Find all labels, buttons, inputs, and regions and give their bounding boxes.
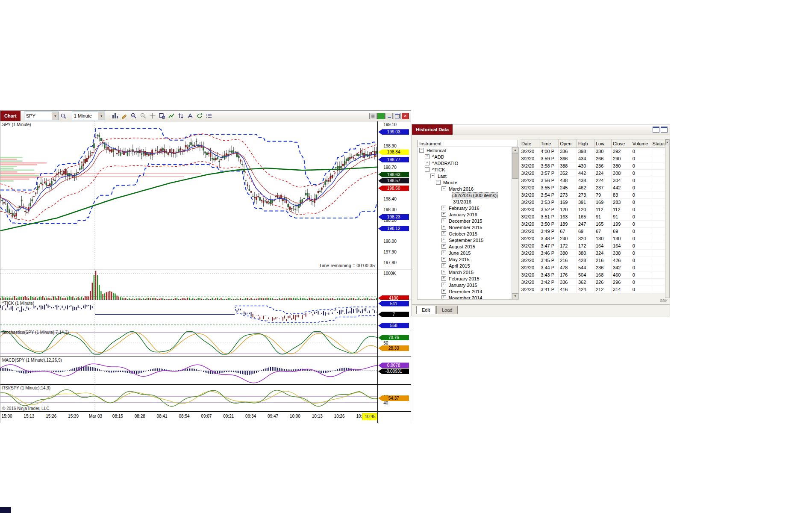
collapse-icon[interactable]: −: [419, 148, 424, 153]
tree-item[interactable]: +October 2015: [418, 230, 512, 237]
properties-icon[interactable]: [205, 112, 213, 120]
crosshair-icon[interactable]: [148, 112, 157, 120]
scrollbar-thumb[interactable]: [512, 153, 518, 179]
collapse-icon[interactable]: −: [436, 180, 441, 185]
tick-plot-area[interactable]: ^TICK (1 Minute): [0, 300, 377, 329]
tree-item[interactable]: −March 2016: [418, 186, 512, 192]
table-row[interactable]: 3/2/203:47 P1721721641640: [520, 242, 670, 250]
taskbar-fragment[interactable]: [0, 507, 11, 513]
tree-item[interactable]: +December 2015: [418, 218, 512, 224]
tree-item[interactable]: +September 2015: [418, 237, 512, 243]
auto-scale-icon[interactable]: [186, 112, 194, 120]
tree-item[interactable]: +November 2015: [418, 224, 512, 230]
tree-item[interactable]: +December 2014: [418, 288, 512, 295]
column-header-low[interactable]: Low: [594, 139, 612, 148]
expand-icon[interactable]: +: [425, 154, 430, 159]
tree-item[interactable]: −Historical: [418, 147, 512, 153]
chart-style-icon[interactable]: [111, 112, 119, 120]
tree-item[interactable]: +August 2015: [418, 243, 512, 250]
column-header-open[interactable]: Open: [559, 139, 577, 148]
tree-item[interactable]: −^TICK: [418, 166, 512, 173]
collapse-icon[interactable]: −: [430, 174, 435, 178]
expand-icon[interactable]: +: [441, 276, 446, 281]
table-row[interactable]: 3/2/203:56 P4384382243040: [520, 177, 670, 184]
interval-selector[interactable]: 1 Minute ▼: [72, 112, 105, 120]
reload-icon[interactable]: [195, 112, 204, 120]
expand-icon[interactable]: +: [441, 225, 446, 230]
search-icon[interactable]: [59, 112, 68, 120]
expand-icon[interactable]: +: [441, 218, 446, 223]
expand-icon[interactable]: +: [441, 257, 446, 262]
tree-item[interactable]: −Last: [418, 173, 512, 179]
chevron-down-icon[interactable]: ▼: [98, 112, 105, 120]
tree-item[interactable]: 3/1/2016: [418, 198, 512, 205]
maximize-button[interactable]: [394, 113, 401, 119]
table-row[interactable]: 3/2/203:58 P3884302363800: [520, 162, 670, 170]
table-row[interactable]: 3/2/203:51 P16316591910: [520, 213, 670, 221]
collapse-icon[interactable]: −: [425, 167, 430, 172]
table-row[interactable]: 3/2/203:54 P27327379830: [520, 192, 670, 199]
tree-item[interactable]: 3/2/2016 (300 items): [418, 192, 512, 198]
price-axis[interactable]: 199.10198.90198.70198.40198.30198.20198.…: [377, 121, 411, 269]
table-row[interactable]: 3/2/203:57 P3524422243080: [520, 170, 670, 177]
snap-mode-icon[interactable]: [177, 112, 185, 120]
zoom-in-icon[interactable]: [129, 112, 138, 120]
column-header-volume[interactable]: Volume: [631, 139, 651, 148]
column-header-close[interactable]: Close: [612, 139, 631, 148]
tree-item[interactable]: +March 2015: [418, 269, 512, 275]
table-row[interactable]: 3/2/203:45 P2164282164260: [520, 257, 670, 264]
tree-item[interactable]: +^ADDRATIO: [418, 160, 512, 166]
rsi-plot-area[interactable]: RSI(SPY (1 Minute),14,3) © 2016 NinjaTra…: [0, 385, 377, 411]
expand-icon[interactable]: +: [441, 212, 446, 217]
table-row[interactable]: 3/2/203:42 P3363622262960: [520, 279, 670, 286]
tree-item[interactable]: +June 2015: [418, 250, 512, 256]
volume-axis[interactable]: 1000K4100: [377, 269, 411, 300]
table-row[interactable]: 3/2/203:53 P1693911692830: [520, 199, 670, 206]
expand-icon[interactable]: +: [441, 289, 446, 294]
expand-icon[interactable]: +: [441, 206, 446, 210]
scroll-up-icon[interactable]: ▲: [665, 139, 669, 145]
table-row[interactable]: 3/2/203:48 P2403201301300: [520, 235, 670, 242]
expand-icon[interactable]: +: [441, 283, 446, 287]
stochastics-axis[interactable]: 5070.7628.33: [377, 329, 411, 357]
maximize-button[interactable]: [661, 127, 668, 133]
draw-icon[interactable]: [120, 112, 129, 120]
instrument-tree-header[interactable]: Instrument: [417, 140, 518, 147]
restore-button[interactable]: [653, 127, 659, 133]
column-header-high[interactable]: High: [577, 139, 594, 148]
tab-edit[interactable]: Edit: [416, 306, 435, 314]
scroll-down-icon[interactable]: ▼: [512, 293, 518, 299]
data-box-icon[interactable]: [158, 112, 166, 120]
minimize-button[interactable]: [385, 113, 393, 119]
tree-item[interactable]: +January 2016: [418, 211, 512, 218]
expand-icon[interactable]: +: [441, 270, 446, 274]
expand-icon[interactable]: +: [441, 231, 446, 236]
chevron-down-icon[interactable]: ▼: [52, 112, 59, 120]
tree-item[interactable]: +^ADD: [418, 153, 512, 160]
table-row[interactable]: 3/2/203:59 P3664342662900: [520, 155, 670, 162]
tick-axis[interactable]: 5417558: [377, 300, 411, 329]
macd-plot-area[interactable]: MACD(SPY (1 Minute),12,26,9): [0, 357, 377, 384]
price-plot-area[interactable]: SPY (1 Minute) Time remaining = 00:00:35: [0, 121, 377, 269]
table-scrollbar[interactable]: ▲: [665, 139, 670, 298]
macd-axis[interactable]: 0.0678-0.00931: [377, 357, 411, 384]
tree-item[interactable]: −Minute: [418, 179, 512, 186]
expand-icon[interactable]: +: [441, 244, 446, 249]
table-row[interactable]: 3/2/203:41 P4164242123140: [520, 286, 670, 293]
expand-icon[interactable]: +: [441, 238, 446, 242]
time-axis[interactable]: 10:45 15:0015:1315:2615:39Mar 0308:1508:…: [0, 412, 377, 423]
scroll-up-icon[interactable]: ▲: [512, 147, 518, 153]
table-row[interactable]: 3/2/203:49 P676967690: [520, 228, 670, 235]
zoom-out-icon[interactable]: [139, 112, 147, 120]
column-header-date[interactable]: Date: [520, 139, 539, 148]
stochastics-plot-area[interactable]: Stochastics(SPY (1 Minute),7,14,3): [0, 329, 377, 357]
expand-icon[interactable]: +: [441, 295, 446, 299]
table-row[interactable]: 3/2/203:50 P1892471651990: [520, 221, 670, 228]
tree-item[interactable]: +January 2015: [418, 282, 512, 288]
tree-item[interactable]: +April 2015: [418, 262, 512, 269]
tree-item[interactable]: +February 2015: [418, 275, 512, 282]
expand-icon[interactable]: +: [441, 263, 446, 268]
tree-scrollbar[interactable]: ▲ ▼: [512, 147, 518, 299]
indicators-icon[interactable]: [167, 112, 176, 120]
table-row[interactable]: 3/2/203:52 P1201201121120: [520, 206, 670, 213]
